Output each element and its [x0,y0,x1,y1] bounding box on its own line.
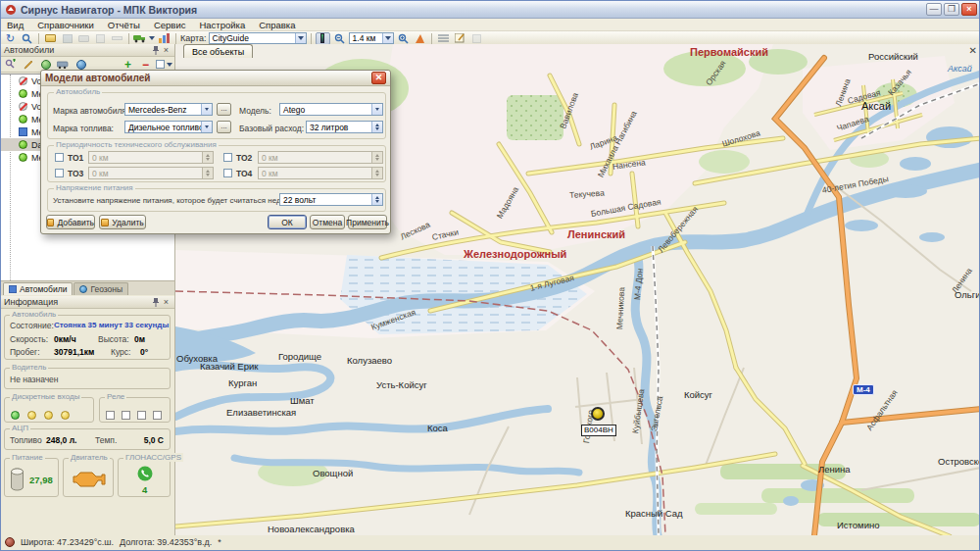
gps-phone-icon [137,466,153,481]
discrete-inputs-group: Дискретные входы [4,397,94,423]
consumption-value: 32 литров [310,123,348,132]
tab-geozones[interactable]: Геозоны [74,282,128,295]
extra-button[interactable] [469,32,484,45]
dialog-close-button[interactable]: ✕ [371,72,386,84]
mileage-value: 30791,1км [54,347,94,357]
to1-checkbox[interactable] [55,153,64,162]
adc-group: АЦП Топливо 248,0 л. Темп. 5,0 С [4,428,171,450]
vehicle-online-icon [19,153,27,162]
scale-select[interactable]: 1.4 км [349,32,394,44]
longitude-value: Долгота: 39.42353°в.д. [120,537,212,547]
course-label: Курс: [111,347,130,357]
voltage-spinner[interactable]: 22 вольт [279,193,383,206]
to3-spinner[interactable]: 0 км [88,167,214,179]
chevron-down-icon[interactable] [295,33,306,43]
add-model-button[interactable]: Добавить [46,215,95,229]
to1-spinner[interactable]: 0 км [88,151,214,164]
menu-view[interactable]: Вид [7,20,24,30]
relay-checkbox[interactable] [106,411,115,420]
refresh-button[interactable]: ↻ [3,32,18,45]
input-led [44,411,53,420]
relay-checkbox[interactable] [122,411,130,420]
to4-spinner[interactable]: 0 км [258,167,383,179]
menu-reports[interactable]: Отчёты [108,20,140,30]
search-button[interactable] [20,32,34,45]
mileage-label: Пробег: [10,347,40,357]
chevron-down-icon[interactable] [371,104,382,115]
maximize-button[interactable]: ❐ [944,3,959,16]
fuel-type-label: Марка топлива: [53,124,114,133]
input-led [27,411,36,420]
map-label: Островского [938,456,980,467]
minimize-button[interactable]: — [926,3,942,16]
brand-select[interactable]: Mercedes-Benz [124,103,213,116]
copy-button[interactable] [93,32,108,45]
menu-service[interactable]: Сервис [154,20,186,30]
title-bar[interactable]: Сирнус Навигатор - МПК Виктория — ❐ × [1,1,979,19]
consumption-spinner[interactable]: 32 литров [306,121,383,133]
map-tab-close-icon[interactable]: ✕ [969,45,977,56]
edit-vehicle-button[interactable] [21,58,35,71]
close-panel-icon[interactable]: × [161,297,172,308]
fit-view-button[interactable] [413,32,427,45]
edit-list-button[interactable] [453,32,467,45]
close-button[interactable]: × [961,3,977,16]
fuel-value: 248,0 л. [46,435,76,445]
vehicle-plate-label: В004ВН [581,425,616,436]
spinner-arrows[interactable] [371,122,382,132]
print-button[interactable] [76,32,91,45]
remove-model-button[interactable]: Удалить [99,215,146,229]
vehicles-panel-title: Автомобили [4,45,54,55]
track-toggle-button[interactable] [316,32,330,45]
cancel-button[interactable]: Отмена [310,215,345,229]
chevron-down-icon[interactable] [201,122,212,132]
vehicle-marker[interactable] [591,407,605,421]
scale-value: 1.4 км [353,33,376,43]
ok-label: ОК [281,218,293,227]
menu-help[interactable]: Справка [259,20,295,30]
relay-checkbox[interactable] [137,411,146,420]
pin-icon[interactable] [150,297,161,308]
fuel-browse-button[interactable]: ... [217,121,231,133]
dialog-titlebar[interactable]: Модели автомобилей ✕ [41,71,390,86]
spinner-arrows[interactable] [371,194,382,205]
info-panel: Автомобили Геозоны Информация × Автомоби… [1,280,175,535]
relay-checkbox[interactable] [153,411,162,420]
globe-icon [79,285,87,293]
info-tabs: Автомобили Геозоны [1,281,174,295]
chart-button[interactable] [157,32,172,45]
chevron-down-icon[interactable] [382,33,393,43]
remove-icon [101,219,109,226]
speed-value: 0км/ч [54,334,76,344]
ok-button[interactable]: ОК [268,215,307,229]
find-vehicle-button[interactable] [3,58,18,71]
ruler-button[interactable] [110,32,124,45]
apply-label: Применить [346,218,389,227]
chevron-down-icon[interactable] [201,104,212,115]
legend-button[interactable] [436,32,451,45]
to4-label: ТО4 [236,169,252,178]
brand-browse-button[interactable]: ... [217,103,231,116]
menu-directories[interactable]: Справочники [37,20,94,30]
menu-settings[interactable]: Настройка [199,20,245,30]
map-source-select[interactable]: CityGuide [209,32,307,44]
to3-checkbox[interactable] [55,169,64,177]
tab-all-objects[interactable]: Все объекты [183,44,253,58]
tab-vehicles[interactable]: Автомобили [3,282,73,295]
fuel-type-select[interactable]: Дизельное топливо [124,121,213,133]
table-icon [9,285,17,293]
pin-icon[interactable] [150,45,161,56]
apply-button[interactable]: Применить [348,215,387,229]
truck-dropdown-button[interactable] [133,32,155,45]
close-panel-icon[interactable]: × [161,45,172,56]
map-tab-label: Все объекты [192,47,244,57]
save-button[interactable] [60,32,74,45]
to2-checkbox[interactable] [223,153,232,162]
folder-button[interactable] [43,32,58,45]
to2-spinner[interactable]: 0 км [258,151,383,164]
zoom-in-button[interactable] [396,32,411,45]
zoom-out-button[interactable] [332,32,347,45]
model-combo[interactable]: Atego [279,103,383,116]
to4-checkbox[interactable] [223,169,232,177]
altitude-value: 0м [134,334,145,344]
